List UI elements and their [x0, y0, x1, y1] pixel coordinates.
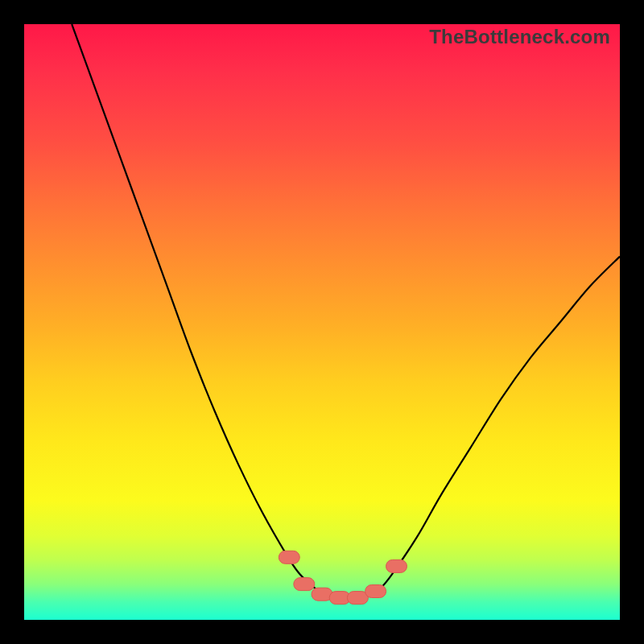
markers-group — [279, 551, 407, 604]
curve-left-branch — [72, 24, 334, 597]
marker_1 — [279, 551, 299, 564]
marker_6 — [365, 585, 386, 598]
outer-frame: TheBottleneck.com — [0, 0, 644, 644]
plot-area: TheBottleneck.com — [24, 24, 620, 620]
marker_7 — [386, 559, 407, 572]
marker_2 — [294, 578, 315, 591]
curve-right-branch — [334, 257, 620, 599]
bottleneck-curve-svg — [24, 24, 620, 620]
